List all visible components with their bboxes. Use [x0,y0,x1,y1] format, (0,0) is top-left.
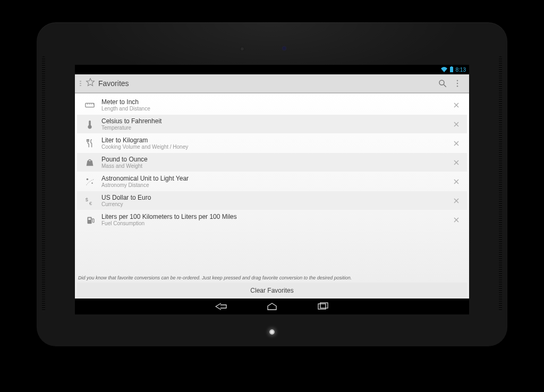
weight-icon [82,157,97,168]
recents-button[interactable] [313,301,333,312]
favorite-row[interactable]: Liters per 100 Kilometers to Liters per … [77,210,467,229]
content-area: Meter to InchLength and DistanceCelsius … [75,93,469,299]
favorite-text: Liter to KilogramCooking Volume and Weig… [97,137,451,150]
favorite-row[interactable]: Celsius to FahrenheitTemperature [77,115,467,133]
system-nav-bar [75,299,469,314]
remove-favorite-button[interactable] [451,100,462,110]
favorite-row[interactable]: Pound to OunceMass and Weight [77,153,467,172]
camera [240,47,244,51]
currency-icon [82,195,97,206]
wifi-icon [441,67,447,72]
search-button[interactable] [435,76,450,91]
svg-point-6 [457,86,458,87]
battery-icon [449,66,454,73]
page-title: Favorites [98,79,435,88]
favorite-subtitle: Currency [101,201,451,208]
status-bar: 8:13 [75,65,469,74]
favorites-list: Meter to InchLength and DistanceCelsius … [75,93,469,272]
remove-favorite-button[interactable] [451,176,462,187]
star-icon [86,78,95,89]
nav-drawer-button[interactable] [79,78,95,89]
favorite-title: Liter to Kilogram [101,137,451,144]
favorite-subtitle: Cooking Volume and Weight / Honey [101,144,451,150]
svg-line-3 [444,84,446,87]
favorite-title: Astronomical Unit to Light Year [101,175,451,182]
favorite-text: Astronomical Unit to Light YearAstronomy… [97,175,451,189]
favorite-row[interactable]: US Dollar to EuroCurrency [77,191,467,210]
status-time: 8:13 [456,67,466,73]
svg-rect-0 [450,67,453,72]
home-button[interactable] [262,301,282,312]
favorite-subtitle: Mass and Weight [101,163,451,169]
remove-favorite-button[interactable] [451,215,462,225]
favorite-title: Liters per 100 Kilometers to Liters per … [101,213,451,220]
remove-favorite-button[interactable] [451,195,462,206]
favorite-subtitle: Temperature [101,125,451,131]
favorite-text: US Dollar to EuroCurrency [97,194,451,208]
back-button[interactable] [211,301,231,312]
reorder-hint: Did you know that favorite conversions c… [75,272,469,283]
favorite-row[interactable]: Astronomical Unit to Light YearAstronomy… [77,172,467,191]
home-indicator [269,329,275,335]
svg-point-2 [439,80,444,85]
favorite-title: Meter to Inch [101,98,451,106]
ruler-icon [82,100,97,110]
svg-rect-1 [450,66,452,67]
clear-favorites-button[interactable]: Clear Favorites [77,283,467,299]
svg-point-5 [457,83,458,84]
favorite-subtitle: Length and Distance [101,106,451,112]
favorite-title: Celsius to Fahrenheit [101,117,451,125]
astronomy-icon [82,176,97,187]
remove-favorite-button[interactable] [451,138,462,149]
remove-favorite-button[interactable] [451,157,462,168]
favorite-row[interactable]: Meter to InchLength and Distance [77,96,467,114]
svg-point-4 [457,80,458,81]
favorite-text: Celsius to FahrenheitTemperature [97,117,451,131]
favorite-subtitle: Astronomy Distance [101,182,451,189]
remove-favorite-button[interactable] [451,119,462,130]
fuel-icon [82,215,97,225]
favorite-text: Liters per 100 Kilometers to Liters per … [97,213,451,227]
favorite-row[interactable]: Liter to KilogramCooking Volume and Weig… [77,134,467,152]
favorite-title: Pound to Ounce [101,156,451,163]
favorite-subtitle: Fuel Consumption [101,220,451,227]
favorite-text: Meter to InchLength and Distance [97,98,451,112]
cutlery-icon [82,138,97,149]
overflow-menu-button[interactable] [450,76,465,91]
sensor [283,47,286,50]
favorite-title: US Dollar to Euro [101,194,451,201]
thermo-icon [82,119,97,130]
tablet-frame: 8:13 Favorites Meter to InchLength and D… [37,22,507,346]
action-bar: Favorites [75,74,469,93]
favorite-text: Pound to OunceMass and Weight [97,156,451,169]
screen: 8:13 Favorites Meter to InchLength and D… [75,65,469,314]
